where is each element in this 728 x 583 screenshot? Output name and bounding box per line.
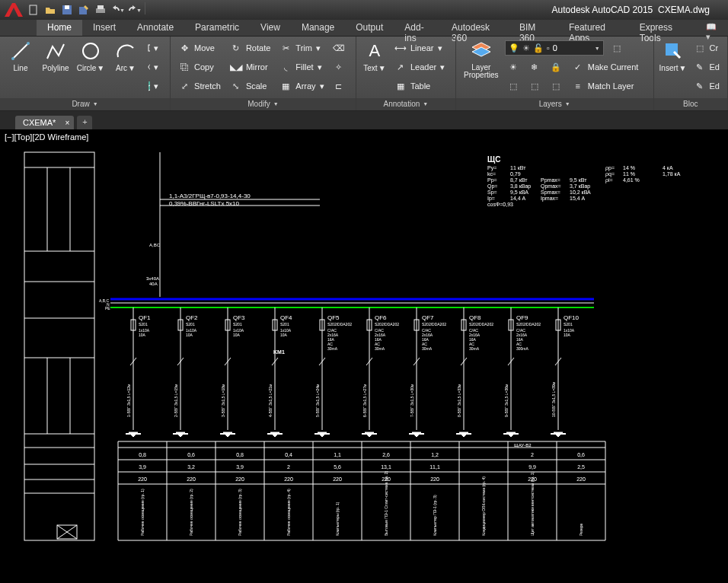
layer-combo[interactable]: 💡☀🔓▫ 0 ▼	[505, 40, 604, 56]
circle-button[interactable]: Circle▼	[75, 40, 107, 72]
panel-layers-title[interactable]: Layers▼	[456, 98, 653, 110]
panel-modify-title[interactable]: Modify▼	[171, 98, 356, 110]
move-button[interactable]: ✥Move	[175, 40, 224, 56]
edit-button[interactable]: ✎Ed	[691, 59, 723, 75]
save-icon[interactable]	[59, 2, 75, 18]
svg-text:QF5: QF5	[327, 314, 340, 321]
tab-parametric[interactable]: Parametric	[184, 20, 250, 36]
svg-text:220: 220	[138, 476, 147, 482]
polyline-button[interactable]: Polyline	[40, 40, 72, 72]
svg-text:2-ВВГ 3x1,5 L=15м: 2-ВВГ 3x1,5 L=15м	[174, 384, 178, 417]
drawing-canvas[interactable]: [−][Top][2D Wireframe] ЩС	[0, 129, 728, 583]
tab-a360[interactable]: Autodesk 360	[441, 20, 509, 36]
svg-text:Рабочее освещение (гр. 1): Рабочее освещение (гр. 1)	[140, 489, 145, 536]
svg-text:S201: S201	[564, 322, 573, 327]
line-button[interactable]: Line	[5, 40, 37, 72]
makecurrent-button[interactable]: ✓Make Current	[569, 59, 642, 75]
svg-text:QF6: QF6	[375, 314, 387, 321]
linear-button[interactable]: ⟷Linear▾	[391, 40, 448, 56]
svg-text:3,9: 3,9	[139, 464, 146, 470]
svg-text:220: 220	[284, 476, 293, 482]
offset-icon[interactable]: ⊏	[330, 78, 347, 94]
lay1-icon[interactable]: ☀	[505, 59, 522, 75]
text-button[interactable]: AText▼	[361, 40, 388, 72]
tab-express[interactable]: Express Tools	[629, 20, 698, 36]
svg-text:15,4 А: 15,4 А	[570, 196, 586, 201]
stretch-button[interactable]: ⤢Stretch	[175, 78, 224, 94]
svg-text:0,39%-ВВГнг-LSLTx  5x10: 0,39%-ВВГнг-LSLTx 5x10	[169, 200, 240, 207]
lay5-icon[interactable]: ⬚	[526, 78, 543, 94]
svg-text:Рр=: Рр=	[487, 177, 497, 183]
hatch-icon[interactable]: ▾	[145, 78, 161, 94]
leader-button[interactable]: ↗Leader▾	[391, 59, 448, 75]
tab-insert[interactable]: Insert	[82, 20, 126, 36]
doctab-add[interactable]: +	[77, 116, 92, 129]
svg-text:QF2: QF2	[186, 314, 198, 321]
mirror-button[interactable]: ◣◢Mirror	[227, 59, 273, 75]
svg-text:8-ВВГ 3x1,5 L=33м: 8-ВВГ 3x1,5 L=33м	[457, 384, 461, 417]
svg-text:Компьютер ПЭ-1 (гр. 3): Компьютер ПЭ-1 (гр. 3)	[433, 495, 437, 536]
panel-annotation-title[interactable]: Annotation▼	[356, 98, 455, 110]
svg-text:S201: S201	[186, 322, 195, 327]
lay3-icon[interactable]: 🔒	[548, 59, 564, 75]
create-button[interactable]: ⬚Cr	[691, 40, 723, 56]
svg-text:0,6: 0,6	[187, 452, 195, 457]
svg-text:4 кА: 4 кА	[663, 165, 673, 170]
plot-icon[interactable]	[93, 2, 108, 18]
layerprops-button[interactable]: Layer Properties	[461, 40, 502, 79]
close-icon[interactable]: ×	[65, 119, 70, 127]
matchlayer-button[interactable]: ≡Match Layer	[569, 78, 637, 94]
redo-icon[interactable]: ▼	[126, 2, 142, 18]
tab-help-icon[interactable]: 📖▾	[697, 20, 728, 36]
svg-text:10,2 кВА: 10,2 кВА	[570, 190, 591, 195]
layerstate-icon[interactable]: ⬚	[608, 40, 625, 56]
tab-featured[interactable]: Featured Apps	[558, 20, 629, 36]
svg-text:0,6: 0,6	[577, 452, 585, 457]
panel-block-title[interactable]: Bloc	[654, 98, 727, 110]
svg-text:S202/DDA202: S202/DDA202	[516, 322, 541, 327]
tab-view[interactable]: View	[250, 20, 291, 36]
svg-text:3,9: 3,9	[236, 464, 244, 470]
rect-icon[interactable]: ▾	[145, 40, 161, 56]
open-icon[interactable]	[43, 2, 58, 18]
insert-button[interactable]: Insert▼	[659, 40, 688, 72]
array-button[interactable]: ▦Array▾	[276, 78, 327, 94]
tab-bim360[interactable]: BIM 360	[509, 20, 558, 36]
svg-text:А,BC: А,BC	[149, 243, 161, 247]
lay6-icon[interactable]: ⬚	[548, 78, 564, 94]
table-button[interactable]: ▦Table	[391, 78, 448, 94]
tab-annotate[interactable]: Annotate	[126, 20, 184, 36]
tab-output[interactable]: Output	[345, 20, 394, 36]
svg-text:9,5 кВт: 9,5 кВт	[570, 177, 587, 183]
svg-text:QF4: QF4	[280, 314, 292, 321]
tab-home[interactable]: Home	[37, 20, 82, 36]
explode-icon[interactable]: ✧	[330, 59, 347, 75]
lay4-icon[interactable]: ⬚	[505, 78, 522, 94]
arc-button[interactable]: Arc▼	[110, 40, 142, 72]
copy-button[interactable]: ⿻Copy	[175, 59, 224, 75]
trim-button[interactable]: ✂Trim▾	[276, 40, 327, 56]
svg-text:0,79: 0,79	[510, 171, 521, 177]
new-icon[interactable]	[26, 2, 41, 18]
svg-text:220: 220	[430, 476, 439, 482]
lay2-icon[interactable]: ❄	[526, 59, 543, 75]
scale-button[interactable]: ⤡Scale	[227, 78, 273, 94]
ellipse-icon[interactable]: ▾	[145, 59, 161, 75]
tab-addins[interactable]: Add-ins	[394, 20, 441, 36]
fillet-button[interactable]: ◟Fillet▾	[276, 59, 327, 75]
svg-text:1,78 кА: 1,78 кА	[663, 171, 681, 177]
svg-text:14 %: 14 %	[623, 165, 635, 170]
svg-line-6	[13, 43, 28, 59]
doctab[interactable]: CXEMA*×	[15, 116, 74, 129]
svg-text:9-ВВГ 3x1,5 L=36м: 9-ВВГ 3x1,5 L=36м	[504, 384, 509, 417]
svg-text:Бытовые ПЭ-1 Сплит-система (гр: Бытовые ПЭ-1 Сплит-система (гр. 2)	[384, 470, 388, 536]
panel-draw-title[interactable]: Draw▼	[0, 98, 170, 110]
rotate-button[interactable]: ↻Rotate	[227, 40, 273, 56]
erase-icon[interactable]: ⌫	[330, 40, 347, 56]
editattr-button[interactable]: ✎Ed	[691, 78, 723, 94]
saveas-icon[interactable]	[76, 2, 91, 18]
undo-icon[interactable]: ▼	[110, 2, 125, 18]
svg-text:9,5 кВА: 9,5 кВА	[510, 190, 528, 195]
tab-manage[interactable]: Manage	[291, 20, 345, 36]
svg-rect-2	[65, 5, 69, 9]
